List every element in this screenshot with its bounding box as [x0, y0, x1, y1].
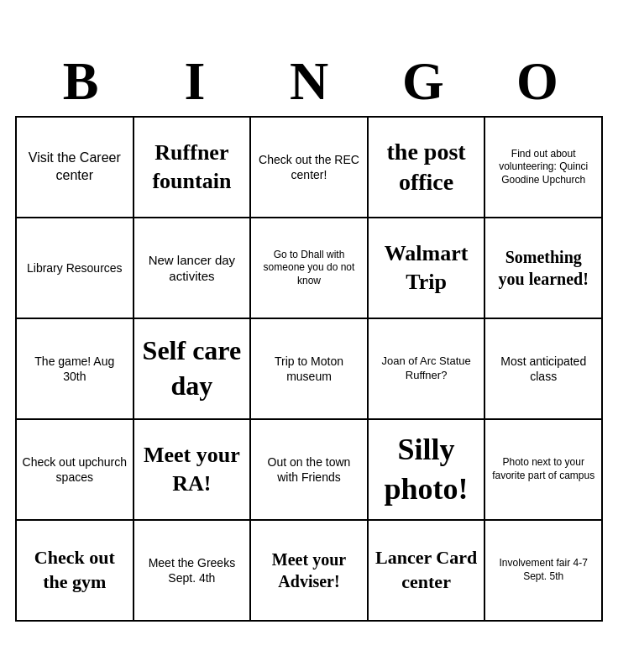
cell-text: the post office — [374, 137, 479, 198]
letter-g: G — [369, 50, 478, 113]
cell-4-0[interactable]: Check out the gym — [17, 521, 134, 622]
cell-2-4[interactable]: Most anticipated class — [485, 319, 603, 420]
cell-text: Lancer Card center — [374, 546, 479, 594]
cell-2-1[interactable]: Self care day — [134, 319, 252, 420]
letter-o: O — [483, 50, 592, 113]
letter-i: I — [140, 50, 249, 113]
cell-1-4[interactable]: Something you learned! — [485, 218, 603, 319]
cell-text: Self care day — [139, 333, 245, 403]
letter-n: N — [254, 50, 364, 113]
cell-2-2[interactable]: Trip to Moton museum — [251, 319, 369, 420]
cell-text: Go to Dhall with someone you do not know — [256, 249, 362, 288]
cell-text: New lancer day activites — [139, 252, 245, 285]
cell-text: Silly photo! — [374, 430, 479, 509]
cell-text: Check out upchurch spaces — [22, 454, 128, 485]
cell-text: Trip to Moton museum — [256, 354, 362, 384]
bingo-grid: Visit the Career center Ruffner fountain… — [15, 116, 603, 622]
cell-text: Walmart Trip — [374, 239, 479, 297]
cell-3-1[interactable]: Meet your RA! — [134, 420, 252, 521]
cell-4-3[interactable]: Lancer Card center — [369, 521, 486, 622]
bingo-card: B I N G O Visit the Career center Ruffne… — [7, 42, 611, 630]
cell-1-3[interactable]: Walmart Trip — [369, 218, 486, 319]
cell-text: Check out the REC center! — [256, 152, 362, 182]
cell-text: The game! Aug 30th — [22, 354, 128, 384]
cell-2-0[interactable]: The game! Aug 30th — [17, 319, 134, 420]
cell-text: Visit the Career center — [22, 150, 128, 185]
cell-0-1[interactable]: Ruffner fountain — [134, 118, 252, 218]
cell-text: Involvement fair 4-7 Sept. 5th — [490, 557, 596, 583]
cell-3-3[interactable]: Silly photo! — [369, 420, 486, 521]
cell-3-4[interactable]: Photo next to your favorite part of camp… — [485, 420, 603, 521]
cell-2-3[interactable]: Joan of Arc Statue Ruffner? — [369, 319, 486, 420]
bingo-header: B I N G O — [15, 50, 603, 113]
letter-b: B — [26, 50, 135, 113]
cell-text: Ruffner fountain — [139, 139, 245, 196]
cell-text: Something you learned! — [490, 246, 596, 290]
cell-1-1[interactable]: New lancer day activites — [134, 218, 252, 319]
cell-3-2[interactable]: Out on the town with Friends — [251, 420, 369, 521]
cell-1-2[interactable]: Go to Dhall with someone you do not know — [251, 218, 369, 319]
cell-0-0[interactable]: Visit the Career center — [17, 118, 134, 218]
cell-text: Meet the Greeks Sept. 4th — [139, 555, 245, 585]
cell-0-3[interactable]: the post office — [369, 118, 486, 218]
cell-text: Most anticipated class — [490, 354, 596, 384]
cell-4-4[interactable]: Involvement fair 4-7 Sept. 5th — [485, 521, 603, 622]
cell-text: Check out the gym — [22, 546, 128, 594]
cell-text: Out on the town with Friends — [256, 454, 362, 485]
cell-0-4[interactable]: Find out about volunteering: Quinci Good… — [485, 118, 603, 218]
cell-1-0[interactable]: Library Resources — [17, 218, 134, 319]
cell-text: Joan of Arc Statue Ruffner? — [374, 354, 479, 383]
cell-text: Find out about volunteering: Quinci Good… — [490, 148, 596, 187]
cell-4-1[interactable]: Meet the Greeks Sept. 4th — [134, 521, 252, 622]
cell-text: Meet your RA! — [139, 441, 245, 498]
cell-3-0[interactable]: Check out upchurch spaces — [17, 420, 134, 521]
cell-4-2[interactable]: Meet your Adviser! — [251, 521, 369, 622]
cell-0-2[interactable]: Check out the REC center! — [251, 118, 369, 218]
cell-text: Library Resources — [27, 260, 123, 276]
cell-text: Photo next to your favorite part of camp… — [490, 456, 596, 482]
cell-text: Meet your Adviser! — [256, 549, 362, 592]
